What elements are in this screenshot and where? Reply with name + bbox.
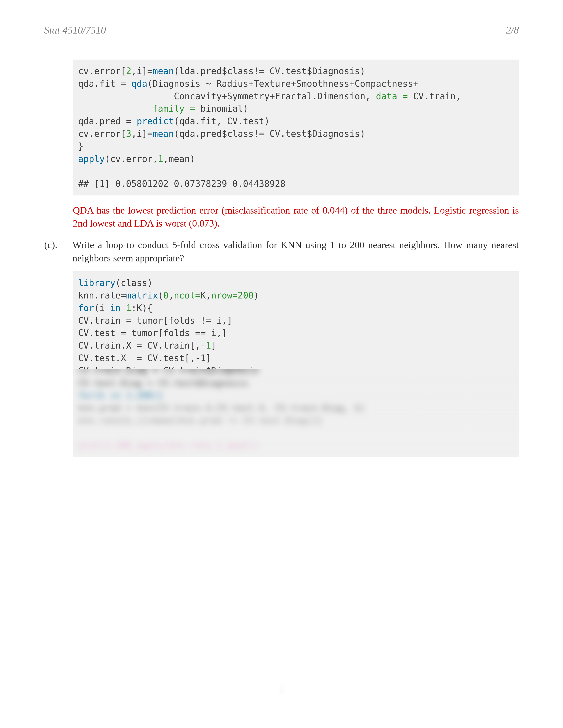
question-c-text: Write a loop to conduct 5-fold cross val… [72,238,519,265]
code-output-1: ## [1] 0.05801202 0.07378239 0.04438928 [78,179,286,189]
code-block-1: cv.error[2,i]=mean(lda.pred$class!= CV.t… [73,60,519,195]
question-c: (c). Write a loop to conduct 5-fold cros… [44,238,519,265]
question-c-label: (c). [44,238,68,265]
page-number: 2/8 [506,24,519,36]
section-b-continued: cv.error[2,i]=mean(lda.pred$class!= CV.t… [73,60,519,230]
page-header: Stat 4510/7510 2/8 [44,24,519,38]
page-content: cv.error[2,i]=mean(lda.pred$class!= CV.t… [44,60,519,457]
footer-page-number: 2 [0,684,563,695]
section-c-code: library(class) knn.rate=matrix(0,ncol=K,… [73,271,519,457]
answer-b: QDA has the lowest prediction error (mis… [73,204,519,230]
page: Stat 4510/7510 2/8 cv.error[2,i]=mean(ld… [0,0,563,728]
course-label: Stat 4510/7510 [44,24,106,36]
code-block-2: library(class) knn.rate=matrix(0,ncol=K,… [73,271,519,457]
